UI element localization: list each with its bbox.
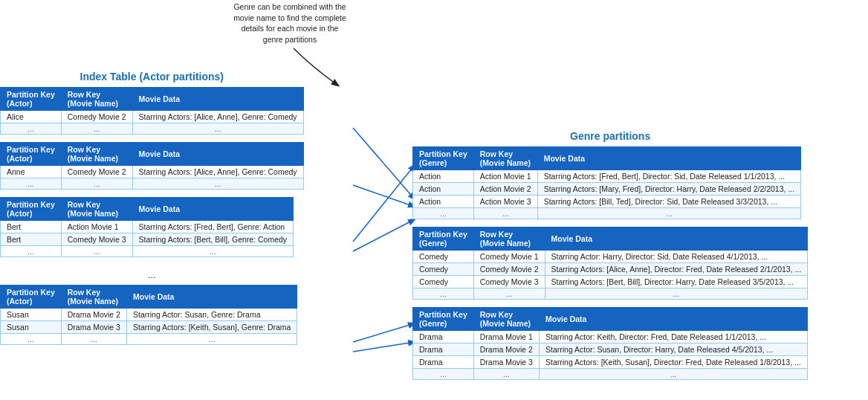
ellipsis-between-groups: ... — [0, 265, 304, 285]
cell-actor: Bert — [1, 233, 62, 246]
cell-movie-name: Drama Movie 2 — [61, 309, 126, 321]
cell-movie-data: Starring Actor: Susan, Genre: Drama — [126, 309, 297, 321]
genre-group-comedy: Partition Key(Genre) Row Key(Movie Name)… — [412, 227, 808, 300]
cell-movie-name: Comedy Movie 2 — [473, 263, 545, 276]
index-table-section: Index Table (Actor partitions) Partition… — [0, 71, 304, 352]
svg-line-5 — [353, 342, 415, 352]
table-row: Comedy Comedy Movie 3 Starring Actors: [… — [413, 276, 808, 288]
dots-row: ... ... ... — [413, 288, 808, 300]
cell-movie-data: Starring Actors: [Mary, Fred], Director:… — [537, 183, 801, 196]
cell-movie-name: Comedy Movie 3 — [61, 233, 132, 246]
svg-line-3 — [353, 219, 415, 251]
page-container: Genre can be combined with the movie nam… — [0, 0, 868, 400]
cell-genre: Action — [413, 170, 474, 183]
table-row: Action Action Movie 3 Starring Actors: [… — [413, 196, 801, 208]
col-movie-data: Movie Data — [126, 286, 297, 309]
index-table-susan: Partition Key(Actor) Row Key(Movie Name)… — [0, 285, 297, 345]
table-row: Comedy Comedy Movie 2 Starring Actors: [… — [413, 263, 808, 276]
cell-movie-data: Starring Actors: [Keith, Susan], Directo… — [539, 356, 807, 369]
table-row: Drama Drama Movie 2 Starring Actor: Susa… — [413, 343, 808, 356]
dots-row: ... ... ... — [1, 178, 304, 190]
cell-actor: Alice — [1, 111, 62, 123]
svg-line-0 — [353, 128, 415, 199]
cell-movie-data: Starring Actor: Susan, Director: Harry, … — [539, 343, 807, 356]
cell-actor: Anne — [1, 166, 62, 178]
cell-movie-name: Action Movie 1 — [61, 221, 132, 233]
table-row: Drama Drama Movie 1 Starring Actor: Keit… — [413, 331, 808, 343]
index-group-bert: Partition Key(Actor) Row Key(Movie Name)… — [0, 197, 304, 257]
annotation-text: Genre can be combined with the movie nam… — [230, 1, 349, 45]
genre-title: Genre partitions — [412, 130, 808, 142]
table-row: Action Action Movie 1 Starring Actors: [… — [413, 170, 801, 183]
col-row-key: Row Key(Movie Name) — [61, 88, 132, 111]
cell-movie-data: Starring Actor: Keith, Director: Fred, D… — [539, 331, 807, 343]
index-table-alice: Partition Key(Actor) Row Key(Movie Name)… — [0, 87, 304, 135]
col-row-key: Row Key(Movie Name) — [61, 198, 132, 221]
cell-movie-data: Starring Actors: [Alice, Anne], Director… — [545, 263, 808, 276]
table-row: Comedy Comedy Movie 1 Starring Actor: Ha… — [413, 251, 808, 263]
col-movie-data: Movie Data — [132, 198, 294, 221]
cell-movie-data: Starring Actors: [Bert, Bill], Genre: Co… — [132, 233, 294, 246]
col-movie-data: Movie Data — [132, 88, 303, 111]
dots-row: ... ... ... — [1, 334, 297, 345]
table-row: Bert Action Movie 1 Starring Actors: [Fr… — [1, 221, 294, 233]
col-row-key: Row Key(Movie Name) — [61, 286, 126, 309]
table-row: Bert Comedy Movie 3 Starring Actors: [Be… — [1, 233, 294, 246]
col-row-key: Row Key(Movie Name) — [61, 143, 132, 166]
index-table-anne: Partition Key(Actor) Row Key(Movie Name)… — [0, 142, 304, 190]
cell-movie-name: Comedy Movie 2 — [61, 111, 132, 123]
cell-movie-data: Starring Actors: [Fred, Bert], Director:… — [537, 170, 801, 183]
svg-line-4 — [353, 323, 415, 342]
col-partition-key: Partition Key(Actor) — [1, 286, 62, 309]
svg-line-2 — [353, 165, 415, 242]
table-row: Drama Drama Movie 3 Starring Actors: [Ke… — [413, 356, 808, 369]
col-partition-key: Partition Key(Actor) — [1, 143, 62, 166]
cell-genre: Comedy — [413, 276, 474, 288]
genre-table-action: Partition Key(Genre) Row Key(Movie Name)… — [412, 146, 801, 219]
genre-table-comedy: Partition Key(Genre) Row Key(Movie Name)… — [412, 227, 808, 300]
cell-movie-data: Starring Actors: [Fred, Bert], Genre: Ac… — [132, 221, 294, 233]
table-row: Anne Comedy Movie 2 Starring Actors: [Al… — [1, 166, 304, 178]
cell-movie-data: Starring Actors: [Alice, Anne], Genre: C… — [132, 111, 303, 123]
cell-genre: Action — [413, 196, 474, 208]
col-row-key-movie: Row Key(Movie Name) — [473, 308, 539, 331]
cell-movie-name: Action Movie 2 — [473, 183, 537, 196]
genre-group-drama: Partition Key(Genre) Row Key(Movie Name)… — [412, 307, 808, 380]
cell-genre: Drama — [413, 343, 474, 356]
cell-actor: Susan — [1, 321, 62, 334]
genre-section: Genre partitions Partition Key(Genre) Ro… — [412, 130, 808, 387]
genre-table-drama: Partition Key(Genre) Row Key(Movie Name)… — [412, 307, 808, 380]
col-row-key-movie: Row Key(Movie Name) — [473, 147, 537, 170]
cell-movie-name: Drama Movie 3 — [473, 356, 539, 369]
index-table-title: Index Table (Actor partitions) — [0, 71, 304, 83]
index-group-anne: Partition Key(Actor) Row Key(Movie Name)… — [0, 142, 304, 190]
dots-row: ... ... ... — [413, 208, 801, 219]
cell-movie-name: Drama Movie 2 — [473, 343, 539, 356]
col-row-key-movie: Row Key(Movie Name) — [473, 228, 545, 251]
cell-movie-name: Drama Movie 3 — [61, 321, 126, 334]
dots-row: ... ... ... — [413, 369, 808, 380]
cell-movie-name: Drama Movie 1 — [473, 331, 539, 343]
cell-genre: Action — [413, 183, 474, 196]
table-row: Susan Drama Movie 3 Starring Actors: [Ke… — [1, 321, 297, 334]
cell-movie-data: Starring Actor: Harry, Director: Sid, Da… — [545, 251, 808, 263]
index-group-susan: Partition Key(Actor) Row Key(Movie Name)… — [0, 285, 304, 345]
cell-movie-name: Action Movie 3 — [473, 196, 537, 208]
cell-movie-name: Comedy Movie 2 — [61, 166, 132, 178]
dots-row: ... ... ... — [1, 246, 294, 257]
col-partition-key-genre: Partition Key(Genre) — [413, 147, 474, 170]
cell-genre: Comedy — [413, 263, 474, 276]
index-group-alice: Partition Key(Actor) Row Key(Movie Name)… — [0, 87, 304, 135]
table-row: Alice Comedy Movie 2 Starring Actors: [A… — [1, 111, 304, 123]
cell-movie-name: Comedy Movie 3 — [473, 276, 545, 288]
cell-actor: Bert — [1, 221, 62, 233]
index-table-bert: Partition Key(Actor) Row Key(Movie Name)… — [0, 197, 294, 257]
dots-row: ... ... ... — [1, 123, 304, 135]
cell-genre: Drama — [413, 356, 474, 369]
cell-movie-data: Starring Actors: [Bert, Bill], Director:… — [545, 276, 808, 288]
svg-line-1 — [353, 185, 415, 207]
cell-genre: Comedy — [413, 251, 474, 263]
genre-group-action: Partition Key(Genre) Row Key(Movie Name)… — [412, 146, 808, 219]
cell-movie-data: Starring Actors: [Bill, Ted], Director: … — [537, 196, 801, 208]
col-partition-key-genre: Partition Key(Genre) — [413, 228, 474, 251]
